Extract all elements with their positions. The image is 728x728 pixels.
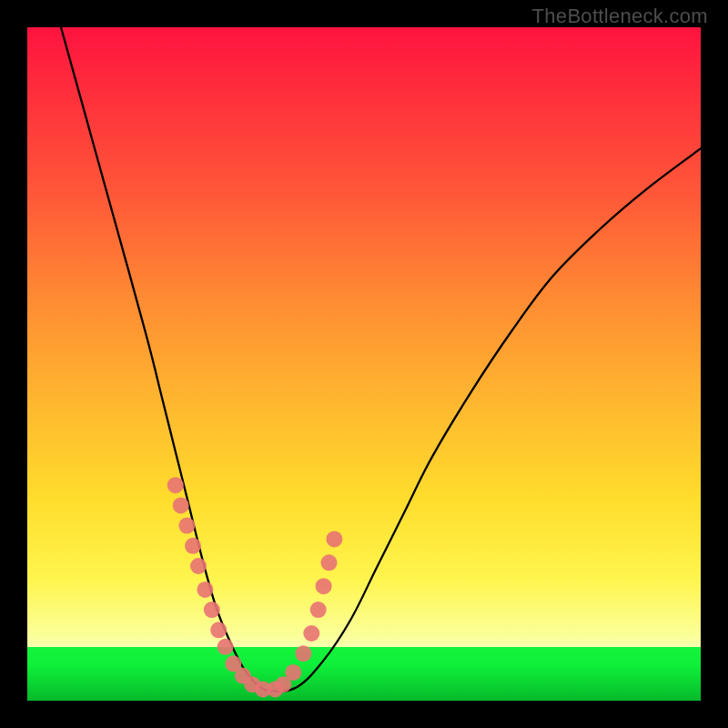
highlight-dot xyxy=(303,625,319,642)
chart-svg xyxy=(27,27,701,701)
highlight-dot xyxy=(204,602,220,618)
highlight-dot xyxy=(310,602,327,618)
highlight-dot xyxy=(197,581,213,598)
highlight-dot xyxy=(316,578,332,594)
highlight-dot xyxy=(321,554,338,571)
watermark-text: TheBottleneck.com xyxy=(532,5,708,28)
highlight-dot xyxy=(210,622,227,638)
highlight-dot xyxy=(326,531,342,547)
highlight-dot xyxy=(217,639,234,655)
highlight-dot xyxy=(178,518,195,534)
highlight-dot xyxy=(285,664,301,681)
chart-plot-area xyxy=(27,27,701,701)
highlight-dot xyxy=(190,558,207,574)
highlight-dot xyxy=(167,477,184,493)
highlight-dot xyxy=(185,538,201,554)
bottleneck-curve xyxy=(61,27,701,692)
highlight-dot xyxy=(295,645,311,662)
highlight-dot xyxy=(173,497,189,513)
highlight-dots-group xyxy=(167,477,343,697)
chart-outer-frame: TheBottleneck.com xyxy=(0,0,728,728)
